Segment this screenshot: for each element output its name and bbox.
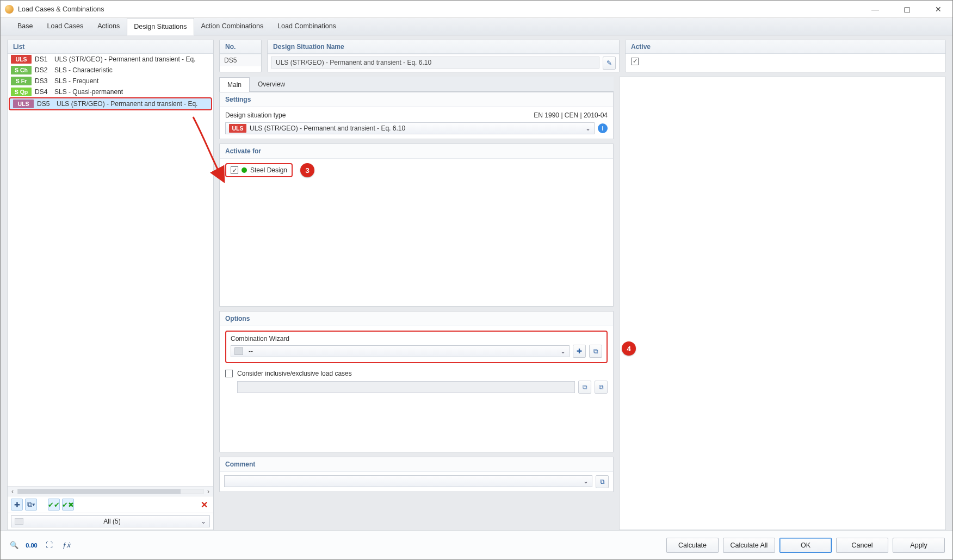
list-item[interactable]: ULS DS1 ULS (STR/GEO) - Permanent and tr… xyxy=(8,54,213,65)
list-item[interactable]: S Qp DS4 SLS - Quasi-permanent xyxy=(8,86,213,97)
uncheck-all-button[interactable]: ✔✖ xyxy=(62,499,74,511)
calculate-all-button[interactable]: Calculate All xyxy=(723,538,775,553)
activate-for-section: Activate for Steel Design 3 xyxy=(219,144,614,307)
design-situation-type-combo[interactable]: ULS ULS (STR/GEO) - Permanent and transi… xyxy=(225,122,595,134)
units-icon[interactable]: 0.00 xyxy=(26,539,38,551)
list-item-text: SLS - Characteristic xyxy=(54,66,113,74)
scroll-right-icon[interactable]: › xyxy=(203,488,213,495)
combination-wizard-combo[interactable]: -- ⌄ xyxy=(231,345,570,357)
consider-new-button[interactable]: ⧉ xyxy=(578,381,591,394)
list-hscrollbar[interactable]: ‹ › xyxy=(8,486,213,496)
comment-edit-button[interactable]: ⧉ xyxy=(596,475,609,488)
window-title: Load Cases & Combinations xyxy=(18,5,104,13)
combination-wizard-value: -- xyxy=(249,347,253,355)
app-icon xyxy=(5,5,14,14)
subtab-main[interactable]: Main xyxy=(219,77,250,92)
list-item-text: SLS - Frequent xyxy=(54,77,98,85)
callout-3: 3 xyxy=(300,163,314,177)
copy-button[interactable]: ⧉▾ xyxy=(25,499,37,511)
chevron-down-icon: ⌄ xyxy=(560,347,566,355)
subtab-overview[interactable]: Overview xyxy=(250,77,293,91)
chevron-down-icon: ⌄ xyxy=(585,125,591,132)
titlebar: Load Cases & Combinations — ▢ ✕ xyxy=(1,1,952,18)
swatch-icon xyxy=(234,347,243,355)
calculate-button[interactable]: Calculate xyxy=(666,538,719,553)
filter-combo[interactable]: All (5) ⌄ xyxy=(11,515,210,527)
maximize-button[interactable]: ▢ xyxy=(897,5,917,14)
edit-name-button[interactable]: ✎ xyxy=(603,57,616,70)
list-item-num: DS2 xyxy=(35,66,51,74)
steel-design-checkbox[interactable] xyxy=(231,166,238,174)
list-item-selected[interactable]: ULS DS5 ULS (STR/GEO) - Permanent and tr… xyxy=(9,97,212,110)
list-body: ULS DS1 ULS (STR/GEO) - Permanent and tr… xyxy=(8,54,213,486)
footer: 🔍 0.00 ⛶ ƒẋ Calculate Calculate All OK C… xyxy=(1,530,952,559)
delete-button[interactable]: ✕ xyxy=(198,499,210,511)
scroll-left-icon[interactable]: ‹ xyxy=(8,488,17,495)
list-header: List xyxy=(8,40,213,54)
tab-design-situations[interactable]: Design Situations xyxy=(127,18,194,35)
list-item-text: SLS - Quasi-permanent xyxy=(54,88,123,96)
list-item[interactable]: S Ch DS2 SLS - Characteristic xyxy=(8,65,213,76)
steel-design-label: Steel Design xyxy=(250,166,287,174)
check-all-button[interactable]: ✔✔ xyxy=(48,499,60,511)
info-icon[interactable]: i xyxy=(598,123,608,133)
minimize-button[interactable]: — xyxy=(865,5,885,14)
list-item-text: ULS (STR/GEO) - Permanent and transient … xyxy=(57,100,197,108)
chevron-down-icon: ⌄ xyxy=(201,518,206,525)
badge-uls: ULS xyxy=(229,124,246,133)
consider-label: Consider inclusive/exclusive load cases xyxy=(237,370,352,377)
comment-section: Comment ⌄ ⧉ xyxy=(219,457,614,492)
function-icon[interactable]: ƒẋ xyxy=(60,539,72,551)
tab-actions[interactable]: Actions xyxy=(90,17,127,35)
no-panel: No. DS5 xyxy=(219,40,262,72)
active-checkbox[interactable] xyxy=(631,58,639,65)
design-situation-name-input[interactable] xyxy=(271,57,599,69)
ok-button[interactable]: OK xyxy=(779,538,832,553)
list-panel: List ULS DS1 ULS (STR/GEO) - Permanent a… xyxy=(7,40,214,530)
options-section: Options Combination Wizard -- ⌄ ✚ xyxy=(219,311,614,452)
filter-text: All (5) xyxy=(27,518,197,525)
list-toolbar: ✚ ⧉▾ ✔✔ ✔✖ ✕ xyxy=(8,496,213,513)
consider-checkbox[interactable] xyxy=(225,370,233,377)
cancel-button[interactable]: Cancel xyxy=(836,538,888,553)
tab-action-combinations[interactable]: Action Combinations xyxy=(194,17,271,35)
wizard-edit-button[interactable]: ⧉ xyxy=(589,345,602,358)
callout-4: 4 xyxy=(622,341,636,356)
activate-steel-design-box: Steel Design xyxy=(225,163,293,177)
options-header: Options xyxy=(220,312,613,326)
combo-text: ULS (STR/GEO) - Permanent and transient … xyxy=(250,125,405,132)
consider-combo[interactable] xyxy=(237,381,575,393)
list-item[interactable]: S Fr DS3 SLS - Frequent xyxy=(8,76,213,86)
wizard-new-button[interactable]: ✚ xyxy=(573,345,586,358)
tab-load-combinations[interactable]: Load Combinations xyxy=(270,17,343,35)
list-item-num: DS1 xyxy=(35,55,51,63)
design-situation-type-label: Design situation type xyxy=(225,111,286,119)
model-icon[interactable]: ⛶ xyxy=(43,539,55,551)
badge-uls: ULS xyxy=(11,55,32,64)
main-tabstrip: Base Load Cases Actions Design Situation… xyxy=(1,18,952,35)
badge-sch: S Ch xyxy=(11,66,32,74)
apply-button[interactable]: Apply xyxy=(893,538,945,553)
sub-tabstrip: Main Overview xyxy=(219,77,614,92)
combination-wizard-label: Combination Wizard xyxy=(231,335,602,343)
badge-sfr: S Fr xyxy=(11,77,32,85)
new-button[interactable]: ✚ xyxy=(11,499,23,511)
list-item-num: DS5 xyxy=(37,100,53,108)
list-item-num: DS4 xyxy=(35,88,51,96)
no-value: DS5 xyxy=(220,54,261,66)
settings-section: Settings Design situation type EN 1990 |… xyxy=(219,92,614,139)
search-icon[interactable]: 🔍 xyxy=(8,539,20,551)
consider-edit-button[interactable]: ⧉ xyxy=(595,381,608,394)
badge-uls: ULS xyxy=(13,99,34,108)
list-item-num: DS3 xyxy=(35,77,51,85)
chevron-down-icon: ⌄ xyxy=(583,477,589,485)
active-panel: Active xyxy=(625,40,946,72)
close-button[interactable]: ✕ xyxy=(929,5,948,14)
comment-combo[interactable]: ⌄ xyxy=(224,475,592,487)
tab-base[interactable]: Base xyxy=(10,17,40,35)
combination-wizard-group: Combination Wizard -- ⌄ ✚ ⧉ xyxy=(225,331,608,363)
status-dot-icon xyxy=(242,167,247,173)
tab-load-cases[interactable]: Load Cases xyxy=(40,17,91,35)
scroll-thumb[interactable] xyxy=(18,489,181,494)
name-header: Design Situation Name xyxy=(268,40,619,54)
